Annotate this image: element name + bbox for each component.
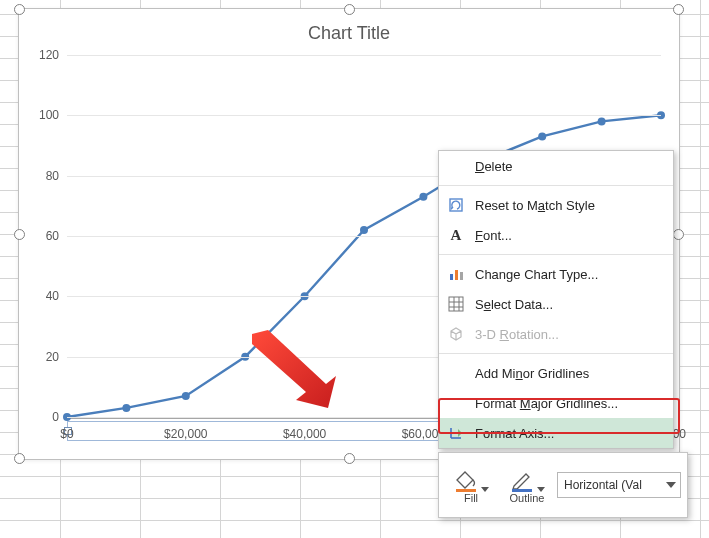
bars-icon xyxy=(447,265,465,283)
fill-button[interactable]: Fill xyxy=(445,456,497,514)
resize-handle[interactable] xyxy=(14,4,25,15)
outline-button[interactable]: Outline xyxy=(501,456,553,514)
menu-item-label: Font... xyxy=(475,228,512,243)
y-tick-label: 100 xyxy=(39,108,59,122)
resize-handle[interactable] xyxy=(344,4,355,15)
line-series[interactable] xyxy=(67,55,367,205)
pen-icon xyxy=(509,468,535,492)
menu-item-label: Reset to Match Style xyxy=(475,198,595,213)
svg-point-6 xyxy=(419,193,427,201)
menu-item-changetype[interactable]: Change Chart Type... xyxy=(439,259,673,289)
menu-item-label: 3-D Rotation... xyxy=(475,327,559,342)
menu-item-selectdata[interactable]: Select Data... xyxy=(439,289,673,319)
svg-point-5 xyxy=(360,226,368,234)
blank-icon xyxy=(447,394,465,412)
blank-icon xyxy=(447,157,465,175)
svg-point-1 xyxy=(122,404,130,412)
cube-icon xyxy=(447,325,465,343)
reset-icon xyxy=(447,196,465,214)
resize-handle[interactable] xyxy=(344,453,355,464)
y-tick-label: 120 xyxy=(39,48,59,62)
menu-item-reset[interactable]: Reset to Match Style xyxy=(439,190,673,220)
menu-item-label: Delete xyxy=(475,159,513,174)
svg-point-9 xyxy=(598,117,606,125)
mini-toolbar[interactable]: Fill Outline Horizontal (Val xyxy=(438,452,688,518)
blank-icon xyxy=(447,364,465,382)
menu-item-label: Format Major Gridlines... xyxy=(475,396,618,411)
x-tick-label: $20,000 xyxy=(164,427,207,441)
selector-value: Horizontal (Val xyxy=(564,478,642,492)
svg-rect-13 xyxy=(450,274,453,280)
x-tick-label: $0 xyxy=(60,427,73,441)
menu-item-delete[interactable]: Delete xyxy=(439,151,673,181)
menu-item-formataxis[interactable]: Format Axis... xyxy=(439,418,673,448)
fill-label: Fill xyxy=(464,492,478,504)
menu-item-label: Select Data... xyxy=(475,297,553,312)
chevron-down-icon xyxy=(666,482,676,488)
svg-rect-15 xyxy=(460,272,463,280)
paint-bucket-icon xyxy=(453,468,479,492)
gridline xyxy=(67,115,661,116)
svg-rect-14 xyxy=(455,270,458,280)
annotation-arrow xyxy=(248,330,338,410)
axis-icon xyxy=(447,424,465,442)
gridline xyxy=(67,55,661,56)
y-tick-label: 80 xyxy=(46,169,59,183)
menu-item-majorgrid[interactable]: Format Major Gridlines... xyxy=(439,388,673,418)
font-icon: A xyxy=(447,226,465,244)
svg-marker-11 xyxy=(252,330,336,408)
grid-icon xyxy=(447,295,465,313)
svg-point-8 xyxy=(538,132,546,140)
chart-element-selector[interactable]: Horizontal (Val xyxy=(557,472,681,498)
resize-handle[interactable] xyxy=(14,229,25,240)
menu-item-font[interactable]: AFont... xyxy=(439,220,673,250)
menu-item-label: Change Chart Type... xyxy=(475,267,598,282)
menu-item-rot3d: 3-D Rotation... xyxy=(439,319,673,349)
y-tick-label: 0 xyxy=(52,410,59,424)
context-menu[interactable]: DeleteReset to Match StyleAFont...Change… xyxy=(438,150,674,449)
outline-label: Outline xyxy=(510,492,545,504)
y-tick-label: 60 xyxy=(46,229,59,243)
menu-item-label: Add Minor Gridlines xyxy=(475,366,589,381)
y-tick-label: 20 xyxy=(46,350,59,364)
menu-item-label: Format Axis... xyxy=(475,426,554,441)
y-tick-label: 40 xyxy=(46,289,59,303)
menu-item-minorgrid[interactable]: Add Minor Gridlines xyxy=(439,358,673,388)
resize-handle[interactable] xyxy=(14,453,25,464)
chart-title[interactable]: Chart Title xyxy=(19,23,679,44)
resize-handle[interactable] xyxy=(673,4,684,15)
x-tick-label: $40,000 xyxy=(283,427,326,441)
resize-handle[interactable] xyxy=(673,229,684,240)
svg-point-2 xyxy=(182,392,190,400)
svg-rect-16 xyxy=(449,297,463,311)
